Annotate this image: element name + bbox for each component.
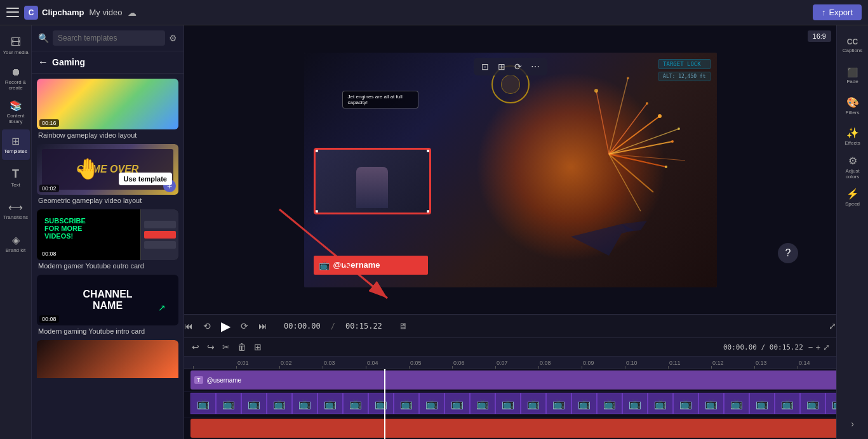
more-options-button[interactable]: ⋯ [528, 60, 542, 73]
search-input[interactable] [53, 30, 165, 46]
ruler-seg-4: 0:04 [366, 360, 409, 369]
ruler-seg-12: 0:12 [711, 360, 754, 369]
twitch-icon-cell-21: 📺 [698, 393, 724, 414]
webcam-inner [316, 150, 429, 213]
track-row-icons: 📺 📺 📺 📺 📺 📺 📺 📺 📺 📺 📺 📺 📺 📺 [184, 392, 836, 417]
sidebar-item-your-media[interactable]: 🎞 Your media [2, 30, 30, 61]
cut-button[interactable]: ✂ [221, 341, 231, 353]
thumbnail-button[interactable]: ⊞ [495, 60, 508, 73]
zoom-in-button[interactable]: + [815, 343, 820, 352]
resize-handle-tl[interactable] [314, 148, 318, 152]
collapse-right-panel[interactable]: › [837, 414, 868, 434]
resize-handle-tr[interactable] [427, 148, 431, 152]
sidebar-item-transitions[interactable]: ⟷ Transitions [2, 195, 30, 226]
sidebar-item-fade[interactable]: ⬛ Fade [838, 61, 867, 90]
template-thumb-geometric: GAME OVER 00:02 + [37, 144, 178, 195]
zoom-out-button[interactable]: − [808, 343, 813, 352]
twitch-icon-cell-11: 📺 [444, 393, 470, 414]
template-geometric-gameplay[interactable]: GAME OVER 00:02 + Use template 🤚 Geometr… [37, 144, 178, 204]
templates-panel: 🔍 ⚙ ← Gaming 00:16 Rainbow gameplay vide… [32, 25, 184, 439]
subscribe-text: SUBSCRIBEFOR MOREVIDEOS! [41, 213, 90, 244]
forward-button[interactable]: ⟳ [241, 321, 248, 331]
chevron-right-icon: › [851, 419, 854, 429]
settings-button[interactable]: ⊞ [253, 341, 263, 353]
sidebar-item-content-library[interactable]: 📚 Content library [2, 96, 30, 127]
transitions-icon: ⟷ [8, 201, 23, 213]
ruler-seg-5: 0:05 [409, 360, 452, 369]
text-clip[interactable]: T @username [190, 370, 836, 390]
resize-handle-bl[interactable] [314, 210, 318, 214]
template-youtube-outro[interactable]: SUBSCRIBEFOR MOREVIDEOS! 00:08 Modern ga… [37, 209, 178, 270]
sidebar-item-speed[interactable]: ⚡ Speed [838, 183, 867, 212]
playback-controls: ⏮ ⟲ ▶ ⟳ ⏭ 00:00.00 / 00:15.22 🖥 ⤢ [184, 314, 836, 337]
duration-geometric: 00:02 [39, 185, 59, 192]
ruler-seg-7: 0:07 [495, 360, 538, 369]
record-create-icon: ⏺ [11, 67, 21, 78]
twitch-icon-cell-26: 📺 [825, 393, 836, 414]
zoom-fit-button[interactable]: ⤢ [823, 343, 830, 352]
delete-button[interactable]: 🗑 [236, 341, 248, 353]
twitch-icon-cell-14: 📺 [521, 393, 546, 414]
back-arrow-icon[interactable]: ← [38, 56, 48, 68]
adjust-colors-icon: ⚙ [848, 155, 857, 167]
duration-intro: 00:08 [39, 315, 59, 323]
play-button[interactable]: ▶ [221, 318, 230, 334]
timeline-area: ↩ ↪ ✂ 🗑 ⊞ 00:00.00 / 00:15.22 − + ⤢ [184, 337, 836, 439]
sidebar-item-templates[interactable]: ⊞ Templates [2, 129, 30, 160]
timeline-playhead[interactable] [384, 369, 385, 439]
sidebar-item-effects[interactable]: ✨ Effects [838, 122, 867, 151]
sidebar-item-filters[interactable]: 🎨 Filters [838, 91, 867, 121]
twitch-icon-cell-10: 📺 [419, 393, 444, 414]
template-youtube-intro[interactable]: CHANNELNAME ↗ 00:08 Modern gaming Youtub… [37, 275, 178, 335]
ruler-seg-0 [193, 366, 236, 369]
hamburger-menu-icon[interactable] [6, 6, 19, 19]
twitch-icon-cell-20: 📺 [673, 393, 698, 414]
templates-icon: ⊞ [11, 135, 20, 147]
export-button[interactable]: ↑ Export [813, 4, 862, 20]
rewind-button[interactable]: ⟲ [203, 321, 211, 331]
sidebar-item-adjust-colors[interactable]: ⚙ Adjustcolors [838, 152, 867, 181]
total-time-display: 00:15.22 [345, 322, 382, 331]
flip-button[interactable]: ⟳ [512, 60, 524, 73]
redo-button[interactable]: ↪ [206, 341, 216, 353]
undo-button[interactable]: ↩ [190, 341, 201, 353]
timeline-toolbar: ↩ ↪ ✂ 🗑 ⊞ 00:00.00 / 00:15.22 − + ⤢ [184, 337, 836, 357]
filters-icon: 🎨 [846, 96, 859, 108]
twitch-icon-cell-23: 📺 [749, 393, 775, 414]
template-thumb-rainbow: 00:16 [37, 79, 178, 129]
twitch-icon-cell-17: 📺 [597, 393, 622, 414]
skip-back-button[interactable]: ⏮ [184, 321, 193, 331]
twitch-icon-cell-6: 📺 [317, 393, 343, 414]
skip-forward-button[interactable]: ⏭ [258, 321, 267, 331]
bg-clip[interactable] [190, 419, 836, 438]
topbar-right: ↑ Export [813, 4, 862, 20]
twitch-icon-cell-22: 📺 [724, 393, 749, 414]
twitch-icon-cell-16: 📺 [571, 393, 597, 414]
help-button[interactable]: ? [778, 243, 798, 263]
project-name[interactable]: My video [89, 8, 122, 17]
fullscreen-button[interactable]: ⤢ [829, 321, 836, 331]
captions-icon: CC [847, 37, 858, 46]
topbar-left: C Clipchamp My video ☁ [6, 6, 137, 20]
use-template-badge[interactable]: Use template [119, 173, 172, 185]
twitch-bar: 📺 @username [314, 256, 428, 275]
templates-list: 00:16 Rainbow gameplay video layout GAME… [32, 74, 184, 439]
webcam-container[interactable]: 📺 @username [307, 186, 425, 252]
timeline-tracks[interactable]: T @username 📺 📺 📺 📺 📺 📺 📺 [184, 369, 836, 439]
sidebar-item-text[interactable]: T Text [2, 162, 30, 193]
topbar: C Clipchamp My video ☁ ↑ Export [0, 0, 868, 25]
filter-icon[interactable]: ⚙ [169, 33, 177, 43]
twitch-icon-cell-2: 📺 [216, 393, 241, 414]
sidebar-item-record-create[interactable]: ⏺ Record &create [2, 63, 30, 94]
aspect-ratio-badge: 16:9 [808, 30, 831, 42]
crop-button[interactable]: ⊡ [479, 60, 491, 73]
twitch-icon-cell-18: 📺 [622, 393, 648, 414]
video-background: TARGET LOCK ALT: 12,450 ft Jet engines a… [304, 53, 717, 287]
template-last[interactable] [37, 340, 178, 391]
template-rainbow-gameplay[interactable]: 00:16 Rainbow gameplay video layout [37, 79, 178, 139]
sidebar-item-captions[interactable]: CC Captions [838, 30, 867, 60]
resize-handle-br[interactable] [427, 210, 431, 214]
export-icon: ↑ [822, 8, 826, 17]
ruler-seg-6: 0:06 [452, 360, 495, 369]
sidebar-item-brand-kit[interactable]: ◈ Brand kit [2, 228, 30, 259]
